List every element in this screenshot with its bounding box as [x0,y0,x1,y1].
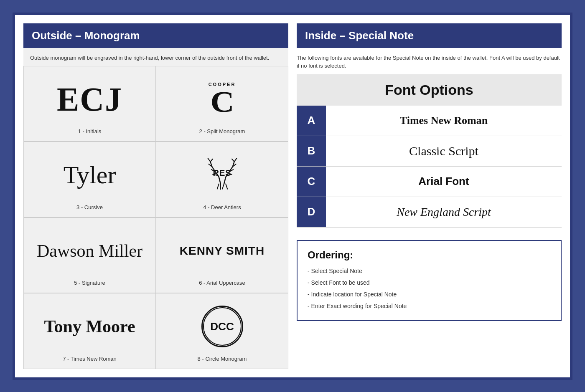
monogram-display-8: DCC [201,302,243,351]
left-panel-header: Outside – Monogram [23,23,288,48]
monogram-label-1: 1 - Initials [78,128,102,134]
font-letter-a: A [297,106,326,136]
signature-text: Dawson Miller [37,241,142,261]
font-row-c: C Arial Font [297,167,562,197]
initials-text: ECJ [57,81,122,119]
times-text: Tony Moore [44,316,135,336]
font-options-header: Font Options [297,74,562,106]
split-big: C [211,87,233,117]
font-row-b: B Classic Script [297,136,562,167]
monogram-label-2: 2 - Split Monogram [199,128,245,134]
font-letter-d: D [297,197,326,227]
main-container: Outside – Monogram Outside monogram will… [13,13,572,380]
monogram-grid: ECJ 1 - Initials COOPER C 2 - Split Mono… [23,66,288,369]
arial-upper-text: KENNY SMITH [180,244,265,258]
monogram-cell-7: Tony Moore 7 - Times New Roman [23,293,156,369]
left-panel-description: Outside monogram will be engraved in the… [23,48,288,66]
ordering-title: Ordering: [308,249,551,261]
ordering-list: Select Special Note Select Font to be us… [308,265,551,312]
font-letter-c: C [297,167,326,197]
font-name-a: Times New Roman [326,106,562,136]
font-row-a: A Times New Roman [297,106,562,136]
right-panel-description: The following fonts are available for th… [297,48,562,74]
monogram-display-3: Tyler [64,150,116,200]
monogram-label-3: 3 - Cursive [76,204,103,210]
monogram-label-7: 7 - Times New Roman [63,356,117,362]
font-name-c: Arial Font [326,167,562,197]
monogram-display-5: Dawson Miller [37,226,142,276]
monogram-label-8: 8 - Circle Monogram [198,356,247,362]
antlers-container: RES [201,157,243,194]
right-panel: Inside – Special Note The following font… [297,23,562,369]
split-monogram: COOPER C [209,82,236,117]
monogram-cell-3: Tyler 3 - Cursive [23,142,156,217]
monogram-label-6: 6 - Arial Uppercase [199,280,245,286]
antlers-initials: RES [213,168,231,178]
font-name-b: Classic Script [326,136,562,166]
font-name-d: New England Script [326,197,562,227]
split-big-c: C [210,87,234,117]
circle-monogram-text: DCC [210,320,234,333]
monogram-cell-1: ECJ 1 - Initials [23,66,156,142]
monogram-display-1: ECJ [57,75,122,124]
font-options-list: A Times New Roman B Classic Script C Ari… [297,106,562,228]
monogram-cell-5: Dawson Miller 5 - Signature [23,217,156,293]
cursive-text: Tyler [64,161,116,190]
monogram-cell-2: COOPER C 2 - Split Monogram [156,66,288,142]
ordering-item-4: Enter Exact wording for Special Note [308,300,551,312]
monogram-label-5: 5 - Signature [74,280,105,286]
monogram-cell-6: KENNY SMITH 6 - Arial Uppercase [156,217,288,293]
right-panel-header: Inside – Special Note [297,23,562,48]
ordering-item-3: Indicate location for Special Note [308,288,551,300]
monogram-cell-4: RES 4 - Deer Antlers [156,142,288,217]
monogram-display-2: COOPER C [209,75,236,124]
ordering-box: Ordering: Select Special Note Select Fon… [297,240,562,321]
monogram-display-4: RES [201,150,243,200]
circle-monogram: DCC [201,306,243,347]
font-row-d: D New England Script [297,197,562,228]
font-letter-b: B [297,136,326,166]
monogram-display-7: Tony Moore [44,302,135,351]
monogram-cell-8: DCC 8 - Circle Monogram [156,293,288,369]
left-panel: Outside – Monogram Outside monogram will… [23,23,288,369]
ordering-item-1: Select Special Note [308,265,551,277]
monogram-label-4: 4 - Deer Antlers [203,204,241,210]
monogram-display-6: KENNY SMITH [180,226,265,276]
ordering-item-2: Select Font to be used [308,277,551,288]
